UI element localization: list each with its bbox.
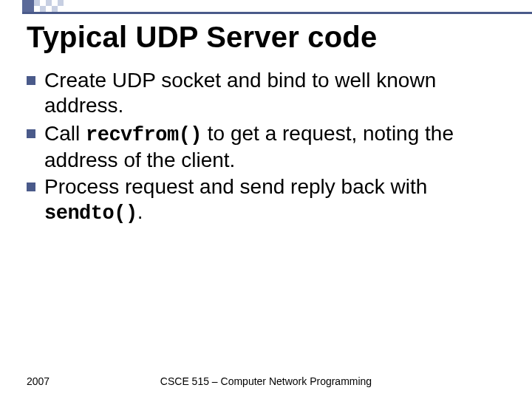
code-text: recvfrom() [86, 124, 202, 146]
bullet-text: Process request and send reply back with [44, 175, 427, 198]
footer-year: 2007 [27, 375, 115, 387]
list-item: Create UDP socket and bind to well known… [27, 68, 505, 120]
code-text: sendto() [44, 202, 137, 225]
slide-body: Create UDP socket and bind to well known… [27, 68, 505, 228]
title-underline [22, 12, 532, 14]
bullet-text: Call [44, 122, 86, 145]
slide-title: Typical UDP Server code [27, 21, 505, 54]
list-item: Process request and send reply back with… [27, 174, 505, 226]
bullet-text: Create UDP socket and bind to well known… [44, 69, 436, 117]
slide-footer: 2007 CSCE 515 – Computer Network Program… [27, 375, 505, 387]
corner-decoration [22, 0, 64, 12]
list-item: Call recvfrom() to get a request, noting… [27, 121, 505, 173]
bullet-text: . [137, 200, 143, 223]
footer-course: CSCE 515 – Computer Network Programming [115, 375, 505, 387]
bullet-list: Create UDP socket and bind to well known… [27, 68, 505, 226]
